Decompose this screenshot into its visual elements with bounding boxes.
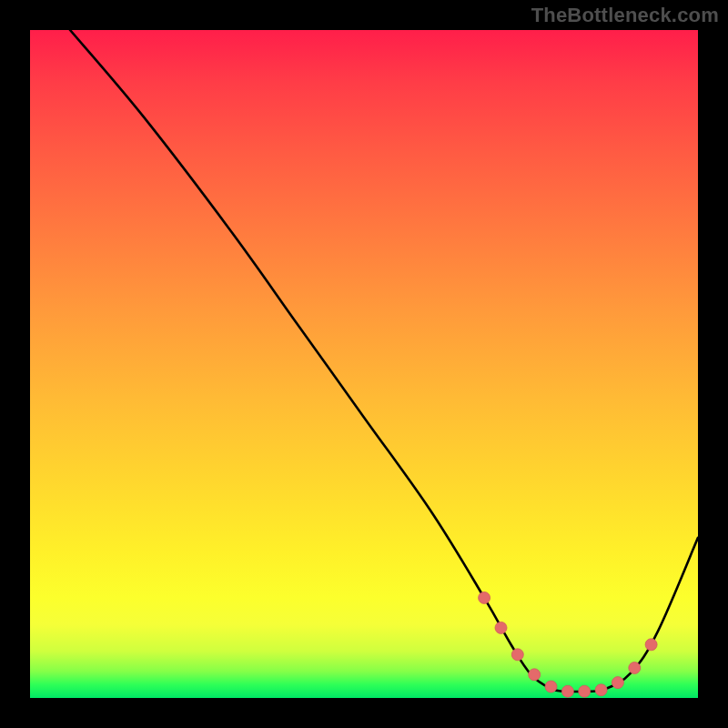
chart-frame: TheBottleneck.com (0, 0, 728, 728)
watermark-text: TheBottleneck.com (531, 4, 719, 27)
dots-svg (30, 30, 698, 698)
marker-dot (529, 669, 541, 681)
marker-group (479, 592, 658, 697)
marker-dot (645, 639, 657, 651)
marker-dot (595, 684, 607, 696)
marker-dot (561, 685, 573, 697)
marker-dot (495, 622, 507, 633)
marker-dot (479, 592, 490, 603)
marker-dot (511, 649, 523, 661)
marker-dot (579, 685, 591, 697)
marker-dot (629, 662, 641, 674)
marker-dot (612, 677, 623, 689)
plot-area (30, 30, 698, 698)
marker-dot (545, 681, 557, 693)
